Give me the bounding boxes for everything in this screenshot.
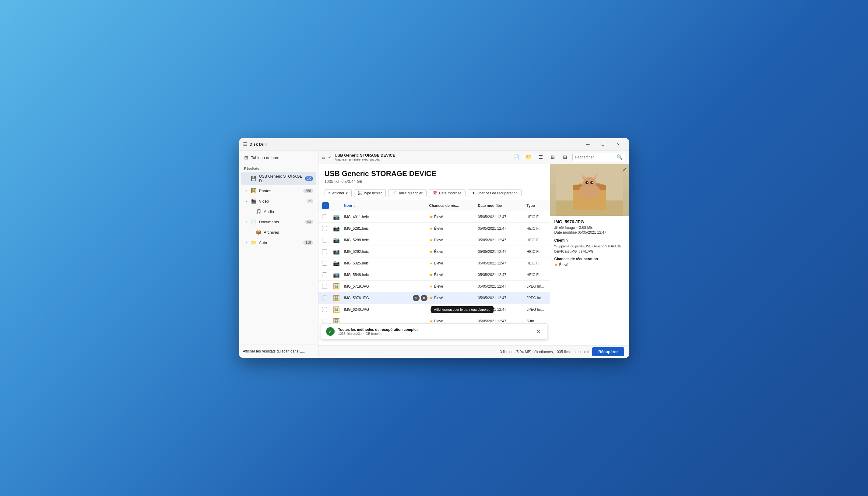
hamburger-icon[interactable]: ☰	[243, 141, 247, 147]
th-recovery[interactable]: Chances de réc...	[429, 203, 478, 208]
star-icon: ★	[554, 262, 558, 267]
star-icon: ★	[429, 296, 433, 300]
minimize-button[interactable]: —	[581, 140, 595, 149]
date-modifiee-button[interactable]: 📅 Date modifiée	[429, 189, 466, 197]
table-row[interactable]: 📷 IMG_5288.heic ★Élevé 05/05/2021 12:47 …	[319, 234, 550, 246]
th-name[interactable]: Nom ↓	[344, 203, 429, 208]
autre-icon: 📁	[251, 240, 257, 245]
table-row[interactable]: 🖼️ IMG_6240.JPG ★Élevé 05/05/2021 12:47 …	[319, 304, 550, 315]
file-type-icon: 🖼️	[333, 283, 344, 290]
file-name: IMG_5548.heic	[344, 273, 429, 277]
svg-line-22	[585, 176, 585, 178]
table-row[interactable]: 📷 IMG_5548.heic ★Élevé 05/05/2021 12:47 …	[319, 269, 550, 281]
file-name: IMG_4911.heic	[344, 215, 429, 219]
titlebar: ☰ Disk Drill — ☐ ✕	[239, 138, 629, 151]
titlebar-left: ☰ Disk Drill	[243, 141, 581, 147]
folder-button[interactable]: 📁	[524, 153, 533, 162]
content-header: ⌂ ✓ USB Generic STORAGE DEVICE Analyse t…	[319, 151, 629, 164]
row-checkbox[interactable]	[322, 319, 327, 324]
filter-bar: ≡ Afficher ▾ 🖼 Type fichier 📄 Taille du …	[319, 187, 550, 200]
file-type-icon: 🖼️	[333, 306, 344, 313]
type-cell: HEIC Fi...	[527, 273, 550, 277]
search-input[interactable]	[575, 155, 615, 159]
preview-toggle-button[interactable]: 👁	[413, 295, 420, 301]
documents-count-badge: 63	[305, 220, 313, 224]
date-cell: 05/05/2021 12:47	[478, 273, 527, 277]
row-checkbox[interactable]	[322, 238, 327, 243]
photos-count-badge: 855	[303, 189, 313, 193]
sidebar-item-autre[interactable]: › 📁 Autre 115	[241, 238, 316, 247]
close-button[interactable]: ✕	[611, 140, 625, 149]
row-checkbox[interactable]	[322, 307, 327, 312]
expand-preview-button[interactable]: ⤢	[623, 166, 627, 172]
nav-tools: 📄 📁 ☰ ⊞ ⊟ 🔍	[512, 153, 625, 162]
hash-button[interactable]: #	[421, 295, 428, 301]
grid-view-button[interactable]: ⊞	[548, 153, 558, 162]
chevron-down-icon: ▾	[346, 191, 348, 195]
type-cell: JPEG Im...	[527, 296, 550, 300]
list-view-button[interactable]: ☰	[536, 153, 546, 162]
date-cell: 05/05/2021 12:47	[478, 296, 527, 300]
star-icon: ★	[429, 238, 433, 242]
recovery-chance: ★Élevé	[429, 273, 478, 277]
th-type[interactable]: Type	[527, 203, 550, 208]
select-all-checkbox[interactable]	[322, 202, 333, 209]
show-in-explorer-button[interactable]: Afficher les résultats du scan dans E...	[243, 348, 315, 355]
table-row[interactable]: 📷 IMG_5281.heic ★Élevé 05/05/2021 12:47 …	[319, 223, 550, 234]
table-row-selected[interactable]: 🖼️ IMG_5976.JPG 👁 # Afficher/masquer le …	[319, 292, 550, 304]
usb-icon: 💾	[251, 176, 257, 181]
type-cell: JPEG Im...	[527, 307, 550, 312]
taille-fichier-button[interactable]: 📄 Taille du fichier	[388, 189, 426, 197]
notification-close-button[interactable]: ✕	[535, 328, 542, 335]
table-row[interactable]: 🖼️ IMG_5719.JPG ★Élevé 05/05/2021 12:47 …	[319, 281, 550, 292]
new-file-button[interactable]: 📄	[512, 153, 521, 162]
sidebar-item-audio[interactable]: 🎵 Audio	[241, 206, 316, 216]
row-checkbox[interactable]	[322, 215, 327, 219]
file-type-icon: 📷	[333, 214, 344, 220]
svg-point-15	[592, 182, 593, 183]
sidebar-item-usb[interactable]: 💾 USB Generic STORAGE D... 1K	[241, 172, 316, 185]
sidebar-item-documents[interactable]: › 📄 Documents 63	[241, 217, 316, 227]
type-fichier-button[interactable]: 🖼 Type fichier	[354, 189, 386, 197]
type-cell: HEIC Fi...	[527, 249, 550, 254]
notification-text: Toutes les méthodes de récupération comp…	[338, 327, 531, 336]
row-checkbox[interactable]	[322, 249, 327, 254]
sidebar-item-archives[interactable]: 📦 Archives	[241, 227, 316, 237]
row-checkbox[interactable]	[322, 284, 327, 289]
sidebar-item-label: Documents	[259, 220, 305, 224]
calendar-icon: 📅	[433, 191, 437, 195]
file-type-icon: 📷	[333, 248, 344, 255]
file-type-icon: 📷	[333, 225, 344, 232]
table-row[interactable]: 📷 IMG_4911.heic ★Élevé 05/05/2021 12:47 …	[319, 211, 550, 223]
recovery-chance: ★Élevé	[429, 261, 478, 265]
type-cell: HEIC Fi...	[527, 227, 550, 231]
table-row[interactable]: 📷 IMG_5292.heic ★Élevé 05/05/2021 12:47 …	[319, 246, 550, 258]
sidebar-item-video[interactable]: › 🎬 Vidéo 2	[241, 196, 316, 206]
table-body: 📷 IMG_4911.heic ★Élevé 05/05/2021 12:47 …	[319, 211, 550, 345]
star-icon: ★	[429, 273, 433, 277]
sidebar-item-photos[interactable]: › 🖼️ Photos 855	[241, 186, 316, 196]
split-view-button[interactable]: ⊟	[560, 153, 570, 162]
row-checkbox[interactable]	[322, 261, 327, 266]
preview-date: Date modifiée 05/05/2021 12:47	[554, 230, 625, 235]
recover-button[interactable]: Récupérer	[592, 347, 624, 356]
recovery-chance: ★Élevé	[429, 238, 478, 242]
status-bar: 3 fichiers (5.94 MB) sélectionnés, 1035 …	[319, 345, 629, 358]
afficher-filter-button[interactable]: ≡ Afficher ▾	[324, 189, 352, 197]
check-icon: ✓	[328, 155, 332, 160]
th-date[interactable]: Date modifiée	[478, 203, 527, 208]
maximize-button[interactable]: ☐	[596, 140, 610, 149]
row-checkbox[interactable]	[322, 296, 327, 300]
table-row[interactable]: 📷 IMG_5325.heic ★Élevé 05/05/2021 12:47 …	[319, 258, 550, 269]
row-checkbox[interactable]	[322, 273, 327, 277]
taille-fichier-label: Taille du fichier	[398, 191, 422, 195]
dashboard-nav-item[interactable]: ⊞ Tableau de bord	[239, 151, 318, 165]
preview-filetype: JPEG Image – 2.68 MB	[554, 226, 625, 230]
row-checkbox[interactable]	[322, 226, 327, 231]
sidebar-item-label: Archives	[264, 230, 313, 235]
nav-device-name: USB Generic STORAGE DEVICE	[335, 153, 508, 157]
file-name: ...	[344, 319, 429, 323]
home-button[interactable]: ⌂	[322, 154, 325, 160]
chances-recuperation-button[interactable]: ★ Chances de récupération	[468, 189, 521, 197]
type-cell: S Im...	[527, 319, 550, 323]
